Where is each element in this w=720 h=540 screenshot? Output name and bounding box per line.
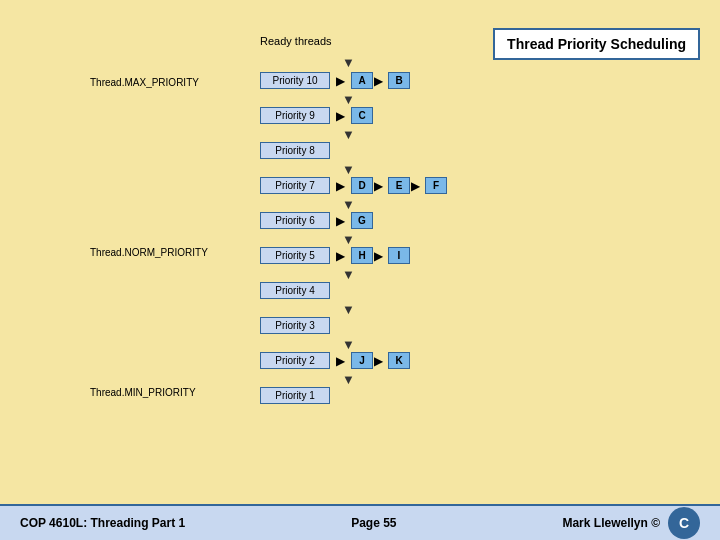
down-arrow-3: ▼: [342, 162, 355, 177]
priority-6-threads: ▶ G: [336, 212, 373, 229]
down-arrow-9: ▼: [342, 372, 355, 387]
priority-1-label: Priority 1: [260, 387, 330, 404]
arrow-p5: ▶: [336, 249, 345, 263]
thread-J: J: [351, 352, 373, 369]
priority-2-label: Priority 2: [260, 352, 330, 369]
thread-I: I: [388, 247, 410, 264]
down-arrow-8: ▼: [342, 337, 355, 352]
priority-7-label: Priority 7: [260, 177, 330, 194]
arrow-p6: ▶: [336, 214, 345, 228]
min-priority-label: Thread.MIN_PRIORITY: [90, 387, 196, 398]
thread-C: C: [351, 107, 373, 124]
priority-6-row: Priority 6 ▶ G: [260, 212, 373, 229]
priority-5-row: Priority 5 ▶ H ▶ I: [260, 247, 410, 264]
priority-4-row: Priority 4: [260, 282, 330, 299]
main-content: Thread Priority Scheduling Ready threads…: [0, 0, 720, 504]
priority-7-threads: ▶ D ▶ E ▶ F: [336, 177, 447, 194]
page-wrapper: Thread Priority Scheduling Ready threads…: [0, 0, 720, 540]
thread-G: G: [351, 212, 373, 229]
down-arrow-5: ▼: [342, 232, 355, 247]
priority-9-threads: ▶ C: [336, 107, 373, 124]
priority-2-threads: ▶ J ▶ K: [336, 352, 410, 369]
title-text: Thread Priority Scheduling: [507, 36, 686, 52]
footer-logo: C: [668, 507, 700, 539]
ready-threads-label: Ready threads: [260, 35, 332, 47]
priority-9-row: Priority 9 ▶ C: [260, 107, 373, 124]
max-priority-label: Thread.MAX_PRIORITY: [90, 77, 199, 88]
priority-8-label: Priority 8: [260, 142, 330, 159]
priority-10-threads: ▶ A ▶ B: [336, 72, 410, 89]
footer-left: COP 4610L: Threading Part 1: [20, 516, 185, 530]
arrow-AB: ▶: [374, 74, 383, 88]
down-arrow-1: ▼: [342, 92, 355, 107]
priority-3-label: Priority 3: [260, 317, 330, 334]
arrow-p10: ▶: [336, 74, 345, 88]
thread-K: K: [388, 352, 410, 369]
priority-5-label: Priority 5: [260, 247, 330, 264]
priority-10-label: Priority 10: [260, 72, 330, 89]
priority-4-label: Priority 4: [260, 282, 330, 299]
arrow-JK: ▶: [374, 354, 383, 368]
down-arrow-4: ▼: [342, 197, 355, 212]
arrow-DE: ▶: [374, 179, 383, 193]
priority-9-label: Priority 9: [260, 107, 330, 124]
thread-F: F: [425, 177, 447, 194]
arrow-top: ▼: [342, 55, 355, 70]
priority-6-label: Priority 6: [260, 212, 330, 229]
priority-1-row: Priority 1: [260, 387, 330, 404]
priority-5-threads: ▶ H ▶ I: [336, 247, 410, 264]
title-box: Thread Priority Scheduling: [493, 28, 700, 60]
thread-E: E: [388, 177, 410, 194]
footer-right: Mark Llewellyn ©: [562, 516, 660, 530]
priority-10-row: Priority 10 ▶ A ▶ B: [260, 72, 410, 89]
arrow-p2: ▶: [336, 354, 345, 368]
norm-priority-label: Thread.NORM_PRIORITY: [90, 247, 208, 258]
thread-A: A: [351, 72, 373, 89]
arrow-p7: ▶: [336, 179, 345, 193]
footer: COP 4610L: Threading Part 1 Page 55 Mark…: [0, 504, 720, 540]
arrow-EF: ▶: [411, 179, 420, 193]
thread-B: B: [388, 72, 410, 89]
footer-center: Page 55: [351, 516, 396, 530]
thread-H: H: [351, 247, 373, 264]
priority-8-row: Priority 8: [260, 142, 330, 159]
down-arrow-6: ▼: [342, 267, 355, 282]
priority-7-row: Priority 7 ▶ D ▶ E ▶ F: [260, 177, 447, 194]
down-arrow-2: ▼: [342, 127, 355, 142]
thread-D: D: [351, 177, 373, 194]
priority-3-row: Priority 3: [260, 317, 330, 334]
arrow-p9: ▶: [336, 109, 345, 123]
arrow-HI: ▶: [374, 249, 383, 263]
priority-2-row: Priority 2 ▶ J ▶ K: [260, 352, 410, 369]
down-arrow-7: ▼: [342, 302, 355, 317]
